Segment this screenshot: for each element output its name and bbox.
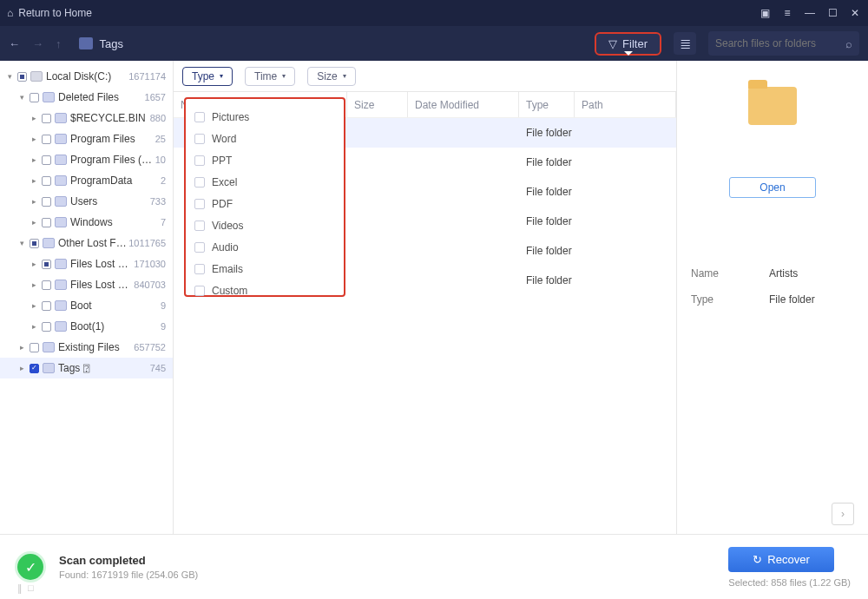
search-icon[interactable]: ⌕ bbox=[845, 37, 852, 50]
tree-row[interactable]: ▾Local Disk(C:)1671174 bbox=[0, 66, 173, 87]
tree-checkbox[interactable] bbox=[30, 93, 39, 102]
tree-checkbox[interactable] bbox=[42, 114, 51, 123]
tree-checkbox[interactable] bbox=[42, 322, 51, 332]
tree-checkbox[interactable] bbox=[42, 218, 51, 227]
option-label: Videos bbox=[212, 220, 243, 232]
forward-icon[interactable]: → bbox=[32, 37, 43, 50]
search-box[interactable]: ⌕ bbox=[708, 31, 859, 56]
tree-checkbox[interactable] bbox=[42, 155, 51, 165]
tree-twisty-icon[interactable]: ▸ bbox=[17, 343, 26, 352]
up-icon[interactable]: ↑ bbox=[56, 37, 62, 50]
tree-twisty-icon[interactable]: ▸ bbox=[30, 280, 38, 289]
option-checkbox[interactable] bbox=[194, 242, 205, 253]
tree-checkbox[interactable] bbox=[17, 72, 27, 82]
tree-count: 745 bbox=[150, 363, 166, 373]
minimize-icon[interactable]: — bbox=[804, 7, 816, 19]
type-option[interactable]: Videos bbox=[194, 214, 335, 236]
back-icon[interactable]: ← bbox=[9, 37, 20, 50]
type-option[interactable]: Audio bbox=[194, 236, 335, 258]
tree-row[interactable]: ▸Program Files25 bbox=[0, 128, 173, 149]
wc-icon-1[interactable]: ▣ bbox=[759, 7, 771, 19]
option-checkbox[interactable] bbox=[194, 199, 205, 209]
filter-time-chip[interactable]: Time▾ bbox=[245, 67, 295, 86]
tree-twisty-icon[interactable]: ▾ bbox=[17, 93, 26, 102]
tree-twisty-icon[interactable]: ▾ bbox=[17, 239, 26, 247]
tree-row[interactable]: ▸Users733 bbox=[0, 191, 173, 212]
option-checkbox[interactable] bbox=[194, 221, 205, 231]
option-checkbox[interactable] bbox=[194, 177, 205, 188]
tree-twisty-icon[interactable]: ▸ bbox=[30, 197, 38, 206]
tree-checkbox[interactable] bbox=[30, 343, 39, 352]
view-toggle-button[interactable]: ≣ bbox=[674, 32, 696, 55]
tree-checkbox[interactable] bbox=[42, 197, 51, 207]
tree-row[interactable]: ▾Other Lost Files1011765 bbox=[0, 233, 173, 253]
tree-checkbox[interactable] bbox=[30, 239, 39, 248]
tree-row[interactable]: ▸Boot9 bbox=[0, 295, 173, 316]
folder-icon bbox=[55, 300, 67, 311]
col-type[interactable]: Type bbox=[519, 92, 575, 117]
tree-row[interactable]: ▸ProgramData2 bbox=[0, 170, 173, 191]
tree-checkbox[interactable] bbox=[42, 301, 51, 311]
tree-row[interactable]: ▸Boot(1)9 bbox=[0, 316, 173, 337]
return-home-link[interactable]: Return to Home bbox=[18, 7, 92, 19]
tree-checkbox[interactable] bbox=[30, 364, 39, 373]
breadcrumb[interactable]: Tags bbox=[100, 37, 123, 50]
tree-twisty-icon[interactable]: ▸ bbox=[30, 155, 38, 164]
option-checkbox[interactable] bbox=[194, 264, 205, 274]
option-checkbox[interactable] bbox=[194, 155, 205, 166]
row-type: File folder bbox=[519, 215, 575, 227]
folder-icon bbox=[55, 321, 67, 332]
home-icon[interactable]: ⌂ bbox=[7, 7, 13, 19]
search-input[interactable] bbox=[715, 37, 845, 49]
option-checkbox[interactable] bbox=[194, 286, 205, 296]
tree-twisty-icon[interactable]: ▸ bbox=[30, 322, 38, 331]
tree-twisty-icon[interactable]: ▸ bbox=[30, 135, 38, 143]
type-option[interactable]: Emails bbox=[194, 258, 335, 280]
col-path[interactable]: Path bbox=[575, 92, 676, 117]
sidebar-tree[interactable]: ▾Local Disk(C:)1671174▾Deleted Files1657… bbox=[0, 61, 174, 534]
tree-twisty-icon[interactable]: ▸ bbox=[30, 218, 38, 227]
tree-row[interactable]: ▸Existing Files657752 bbox=[0, 337, 173, 358]
tree-twisty-icon[interactable]: ▸ bbox=[30, 114, 38, 122]
tree-checkbox[interactable] bbox=[42, 176, 51, 186]
tree-row[interactable]: ▸Tags ⍰745 bbox=[0, 358, 173, 378]
option-checkbox[interactable] bbox=[194, 134, 205, 144]
tree-twisty-icon[interactable]: ▾ bbox=[5, 72, 14, 81]
type-option[interactable]: PDF bbox=[194, 193, 335, 214]
tree-label: Local Disk(C:) bbox=[46, 70, 128, 82]
type-option[interactable]: Pictures bbox=[194, 106, 335, 128]
type-option[interactable]: Custom bbox=[194, 280, 335, 301]
next-page-button[interactable]: › bbox=[832, 503, 854, 525]
col-date[interactable]: Date Modified bbox=[408, 92, 519, 117]
tree-label: Tags ⍰ bbox=[58, 362, 150, 374]
tree-twisty-icon[interactable]: ▸ bbox=[30, 301, 38, 310]
tree-row[interactable]: ▸Program Files (x86)10 bbox=[0, 149, 173, 170]
tree-checkbox[interactable] bbox=[42, 260, 51, 269]
tree-twisty-icon[interactable]: ▸ bbox=[30, 176, 38, 185]
wc-icon-2[interactable]: ≡ bbox=[781, 7, 793, 19]
type-filter-popup[interactable]: PicturesWordPPTExcelPDFVideosAudioEmails… bbox=[184, 97, 345, 297]
tree-row[interactable]: ▸Files Lost Original …840703 bbox=[0, 274, 173, 295]
option-checkbox[interactable] bbox=[194, 112, 205, 122]
recover-button[interactable]: ↻ Recover bbox=[728, 547, 833, 572]
tree-twisty-icon[interactable]: ▸ bbox=[30, 260, 38, 268]
tree-row[interactable]: ▾Deleted Files1657 bbox=[0, 87, 173, 108]
tree-label: $RECYCLE.BIN bbox=[70, 112, 150, 124]
maximize-icon[interactable]: ☐ bbox=[826, 7, 838, 19]
type-option[interactable]: Word bbox=[194, 128, 335, 149]
tree-row[interactable]: ▸$RECYCLE.BIN880 bbox=[0, 108, 173, 128]
filter-button[interactable]: ▽ Filter bbox=[595, 32, 661, 56]
tree-twisty-icon[interactable]: ▸ bbox=[17, 364, 26, 372]
col-size[interactable]: Size bbox=[347, 92, 408, 117]
filter-size-chip[interactable]: Size▾ bbox=[307, 67, 355, 86]
tree-row[interactable]: ▸Files Lost Origi… ⍰171030 bbox=[0, 253, 173, 274]
close-icon[interactable]: ✕ bbox=[849, 7, 861, 19]
scan-controls[interactable]: ‖□ bbox=[17, 583, 34, 594]
type-option[interactable]: PPT bbox=[194, 149, 335, 171]
tree-checkbox[interactable] bbox=[42, 135, 51, 144]
type-option[interactable]: Excel bbox=[194, 171, 335, 193]
open-button[interactable]: Open bbox=[729, 177, 815, 198]
filter-type-chip[interactable]: Type▾ bbox=[182, 67, 233, 86]
tree-checkbox[interactable] bbox=[42, 280, 51, 290]
tree-row[interactable]: ▸Windows7 bbox=[0, 212, 173, 233]
